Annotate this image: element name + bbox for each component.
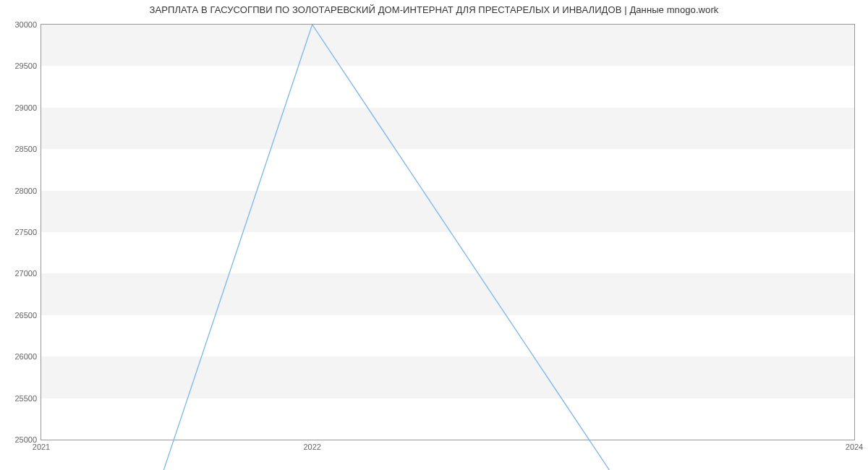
series-polyline [41, 25, 854, 470]
y-tick-label: 29000 [14, 103, 41, 112]
chart-plot-area: 2500025500260002650027000275002800028500… [41, 24, 855, 440]
chart-title: ЗАРПЛАТА В ГАСУСОГПВИ ПО ЗОЛОТАРЕВСКИЙ Д… [0, 0, 868, 15]
y-tick-label: 27500 [14, 228, 41, 236]
y-tick-label: 28500 [14, 145, 41, 153]
y-tick-label: 25500 [14, 394, 41, 403]
y-tick-label: 26000 [14, 352, 41, 361]
y-tick-label: 26500 [14, 311, 41, 320]
chart-line-series [41, 25, 854, 470]
y-tick-label: 27000 [14, 269, 41, 278]
y-tick-label: 30000 [14, 20, 41, 29]
y-tick-label: 29500 [14, 61, 41, 70]
y-tick-label: 28000 [14, 187, 41, 195]
